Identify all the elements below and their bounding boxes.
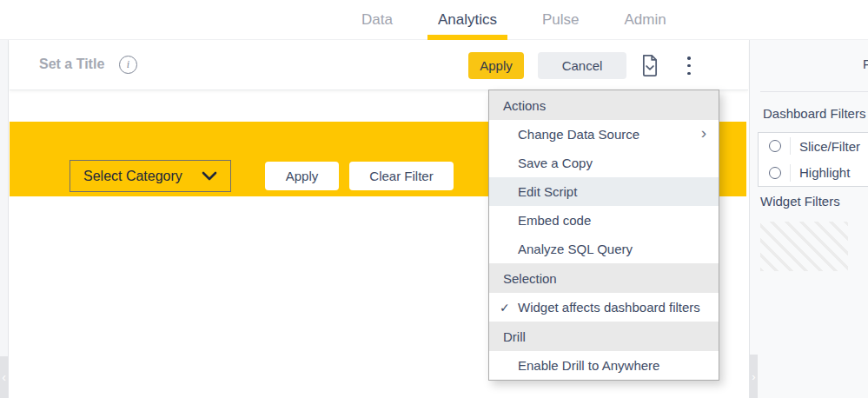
widget-filters-label: Widget Filters: [760, 194, 840, 209]
filters-panel: F Dashboard Filters Slice/Filter Highlig…: [749, 40, 868, 398]
submenu-arrow-icon: ›: [701, 124, 706, 141]
cancel-button[interactable]: Cancel: [538, 52, 626, 79]
menu-section-drill: Drill: [489, 322, 719, 351]
chevron-down-icon: [202, 169, 217, 184]
check-icon: ✓: [500, 301, 510, 315]
tab-analytics[interactable]: Analytics: [427, 0, 507, 40]
chevron-left-icon: ‹: [2, 370, 6, 384]
filter-mode-group: Slice/Filter Highlight: [758, 132, 868, 187]
widget-title-placeholder[interactable]: Set a Title: [39, 56, 104, 72]
clear-filter-button[interactable]: Clear Filter: [349, 162, 454, 190]
panel-divider: [760, 91, 868, 92]
menu-item-change-data-source[interactable]: Change Data Source ›: [489, 120, 719, 149]
widget-options-menu: Actions Change Data Source › Save a Copy…: [488, 90, 719, 381]
scroll-left-button[interactable]: ‹: [0, 356, 8, 398]
category-dropdown-label: Select Category: [83, 169, 182, 184]
menu-item-edit-script[interactable]: Edit Script: [489, 177, 719, 206]
left-scroll-rail: ‹: [0, 40, 9, 398]
menu-section-actions: Actions: [489, 90, 719, 120]
menu-item-label: Widget affects dashboard filters: [518, 300, 700, 315]
widget-filters-empty-placeholder: [760, 222, 848, 271]
menu-item-analyze-sql-query[interactable]: Analyze SQL Query: [489, 235, 719, 263]
main-tabs: Data Analytics Pulse Admin: [351, 0, 677, 40]
divider: [790, 164, 791, 182]
menu-item-save-a-copy[interactable]: Save a Copy: [489, 149, 719, 177]
menu-item-embed-code[interactable]: Embed code: [489, 206, 719, 235]
category-dropdown[interactable]: Select Category: [70, 160, 231, 192]
radio-option-slice-filter[interactable]: Slice/Filter: [759, 133, 868, 160]
menu-item-enable-drill-to-anywhere[interactable]: Enable Drill to Anywhere: [489, 351, 719, 380]
info-icon[interactable]: i: [119, 56, 137, 74]
scroll-right-button[interactable]: ›: [750, 355, 758, 398]
tab-pulse[interactable]: Pulse: [532, 0, 590, 40]
widget-toolbar: Set a Title i Apply Cancel: [10, 40, 748, 90]
export-report-icon[interactable]: [640, 54, 659, 77]
radio-option-label: Highlight: [799, 165, 850, 180]
dashboard-filters-label: Dashboard Filters: [763, 106, 865, 121]
chevron-right-icon: ›: [752, 370, 755, 383]
menu-item-label: Change Data Source: [518, 127, 639, 142]
tab-admin[interactable]: Admin: [613, 0, 676, 40]
menu-section-selection: Selection: [489, 263, 719, 293]
radio-icon[interactable]: [769, 140, 781, 152]
radio-icon[interactable]: [769, 167, 781, 179]
divider: [790, 137, 791, 155]
menu-item-widget-affects-dashboard-filters[interactable]: ✓ Widget affects dashboard filters: [489, 293, 719, 322]
radio-option-highlight[interactable]: Highlight: [759, 160, 868, 187]
tab-data[interactable]: Data: [351, 0, 403, 40]
apply-button[interactable]: Apply: [468, 52, 524, 79]
kebab-menu-icon[interactable]: [683, 56, 695, 75]
banner-apply-button[interactable]: Apply: [265, 162, 339, 190]
radio-option-label: Slice/Filter: [799, 139, 860, 154]
filters-panel-title: F: [863, 56, 868, 71]
top-nav-bar: Data Analytics Pulse Admin: [0, 0, 868, 40]
